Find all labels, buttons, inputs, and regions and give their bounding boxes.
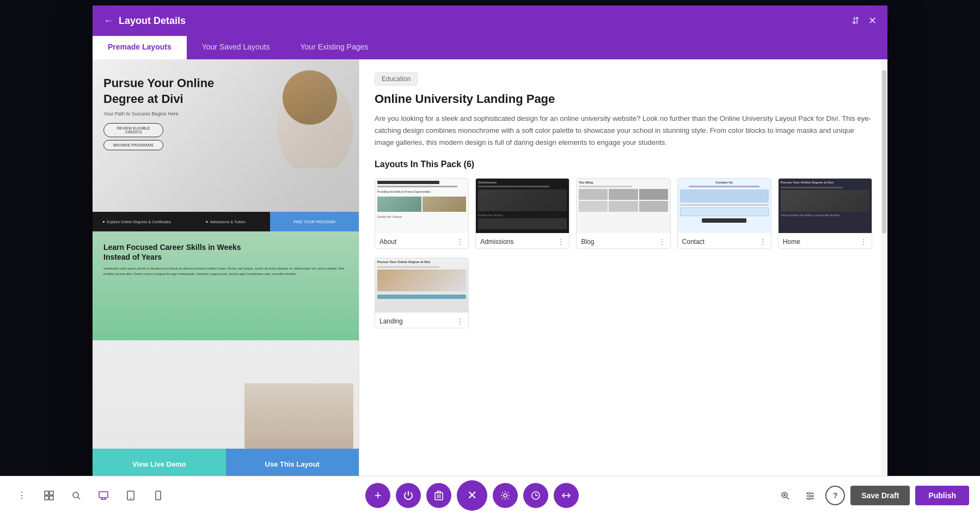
pack-title: Layouts In This Pack (6) xyxy=(375,160,872,169)
tab-premade[interactable]: Premade Layouts xyxy=(93,36,187,59)
preview-actions: View Live Demo Use This Layout xyxy=(93,449,359,479)
toolbar-right: ? Save Draft Publish xyxy=(775,486,969,505)
layout-thumb-landing-label: Landing ⋮ xyxy=(375,313,468,328)
toolbar-zoom-button[interactable] xyxy=(775,486,795,505)
layout-thumb-admissions-menu[interactable]: ⋮ xyxy=(557,237,565,246)
svg-point-34 xyxy=(808,498,810,500)
svg-point-4 xyxy=(73,492,78,498)
toolbar-center: + ✕ xyxy=(365,480,579,511)
layout-thumb-landing-image: Pursue Your Online Degree at Divi xyxy=(375,258,468,313)
toolbar-help-button[interactable]: ? xyxy=(825,486,845,505)
details-panel: Education Online University Landing Page… xyxy=(359,59,887,479)
layout-details-modal: ← Layout Details ⇵ ✕ Premade Layouts You… xyxy=(93,5,887,479)
layout-thumb-home-menu[interactable]: ⋮ xyxy=(860,237,867,246)
layout-thumb-home-name: Home xyxy=(783,238,800,246)
svg-point-13 xyxy=(157,498,158,499)
layout-thumb-home-label: Home ⋮ xyxy=(779,233,872,248)
toolbar-arrows-button[interactable] xyxy=(554,483,579,508)
svg-point-11 xyxy=(130,498,131,499)
toolbar-power-button[interactable] xyxy=(396,483,421,508)
modal-header-left: ← Layout Details xyxy=(103,15,186,27)
preview-image: Pursue Your Online Degree at Divi Your P… xyxy=(93,59,359,449)
toolbar-desktop-button[interactable] xyxy=(93,485,114,506)
scroll-thumb[interactable] xyxy=(882,70,886,234)
modal-title: Layout Details xyxy=(119,15,186,27)
svg-rect-1 xyxy=(50,491,53,495)
publish-button[interactable]: Publish xyxy=(915,486,969,505)
layout-thumb-blog[interactable]: Our Blog xyxy=(576,178,670,249)
layout-thumb-about[interactable]: Providing the Ability to Pursue Opportun… xyxy=(375,178,469,249)
svg-line-26 xyxy=(787,497,789,499)
layout-thumb-contact[interactable]: Contact Us Contact xyxy=(677,178,771,249)
layout-thumb-landing-name: Landing xyxy=(379,317,403,325)
use-this-layout-button[interactable]: Use This Layout xyxy=(226,449,359,479)
modal-overlay: ← Layout Details ⇵ ✕ Premade Layouts You… xyxy=(0,0,980,514)
view-live-demo-button[interactable]: View Live Demo xyxy=(93,449,226,479)
toolbar-settings-button[interactable] xyxy=(493,483,518,508)
preview-section2-body: Vestibulum ante ipsum primis in faucibus… xyxy=(103,266,348,277)
layout-title: Online University Landing Page xyxy=(375,92,872,106)
toolbar-close-button[interactable]: ✕ xyxy=(457,480,487,511)
layout-thumb-contact-label: Contact ⋮ xyxy=(678,233,771,248)
layout-thumb-blog-image: Our Blog xyxy=(577,179,670,233)
toolbar-left: ⋮ xyxy=(11,485,169,506)
toolbar-sliders-button[interactable] xyxy=(800,486,820,505)
preview-cta-2[interactable]: BROWSE PROGRAMS xyxy=(103,140,163,150)
tab-saved[interactable]: Your Saved Layouts xyxy=(187,36,285,59)
svg-point-32 xyxy=(807,492,810,494)
preview-nav-item-2: ■ Admissions & Tuition xyxy=(181,212,270,231)
layout-thumb-home[interactable]: Pursue Your Online Degree at Divi Giving… xyxy=(778,178,872,249)
layout-thumb-contact-menu[interactable]: ⋮ xyxy=(759,237,767,246)
toolbar-add-button[interactable]: + xyxy=(365,483,390,508)
toolbar-search-button[interactable] xyxy=(65,485,87,506)
toolbar-trash-button[interactable] xyxy=(426,483,451,508)
layout-thumb-about-name: About xyxy=(379,238,396,246)
modal-header: ← Layout Details ⇵ ✕ xyxy=(93,5,887,36)
layout-thumb-contact-name: Contact xyxy=(682,238,705,246)
preview-hero: Pursue Your Online Degree at Divi Your P… xyxy=(93,59,359,212)
preview-book-image xyxy=(244,383,353,449)
save-draft-button[interactable]: Save Draft xyxy=(850,486,910,505)
preview-section2: Learn Focused Career Skills in Weeks Ins… xyxy=(93,231,359,340)
preview-cta-1[interactable]: REVIEW ELIGIBLE CREDITS xyxy=(103,123,163,137)
layouts-grid: Providing the Ability to Pursue Opportun… xyxy=(375,178,872,249)
layout-thumb-blog-label: Blog ⋮ xyxy=(577,233,670,248)
toolbar-mobile-button[interactable] xyxy=(147,485,169,506)
layout-description: Are you looking for a sleek and sophisti… xyxy=(375,113,872,149)
category-tag: Education xyxy=(375,72,418,85)
scroll-indicator xyxy=(881,59,887,479)
preview-nav: ■ Explore Online Degrees & Certificates … xyxy=(93,212,359,231)
svg-rect-6 xyxy=(99,492,108,498)
preview-bg-decoration xyxy=(261,59,359,212)
layout-thumb-about-menu[interactable]: ⋮ xyxy=(456,237,464,246)
preview-panel: Pursue Your Online Degree at Divi Your P… xyxy=(93,59,359,479)
layout-thumb-home-image: Pursue Your Online Degree at Divi Giving… xyxy=(779,179,872,233)
toolbar-history-button[interactable] xyxy=(523,483,548,508)
svg-rect-0 xyxy=(45,491,48,495)
toolbar-grid-button[interactable] xyxy=(38,485,60,506)
svg-line-5 xyxy=(78,497,80,499)
toolbar-tablet-button[interactable] xyxy=(120,485,142,506)
tabs-bar: Premade Layouts Your Saved Layouts Your … xyxy=(93,36,887,59)
svg-rect-2 xyxy=(45,496,48,500)
transfer-icon[interactable]: ⇵ xyxy=(852,15,860,27)
layout-thumb-blog-menu[interactable]: ⋮ xyxy=(658,237,666,246)
svg-rect-3 xyxy=(50,496,53,500)
preview-hero-title: Pursue Your Online Degree at Divi xyxy=(103,76,238,107)
close-button[interactable]: ✕ xyxy=(868,15,877,27)
modal-header-right: ⇵ ✕ xyxy=(852,15,877,27)
layout-thumb-contact-image: Contact Us xyxy=(678,179,771,233)
back-button[interactable]: ← xyxy=(103,15,113,27)
toolbar-dots-button[interactable]: ⋮ xyxy=(11,485,33,506)
layout-thumb-landing[interactable]: Pursue Your Online Degree at Divi Landin… xyxy=(375,258,469,328)
layout-thumb-admissions[interactable]: Admissions Explore the Campus Admissions xyxy=(475,178,569,249)
layout-thumb-blog-name: Blog xyxy=(581,238,594,246)
layout-thumb-about-label: About ⋮ xyxy=(375,233,468,248)
layout-thumb-admissions-label: Admissions ⋮ xyxy=(476,233,569,248)
layout-thumb-landing-menu[interactable]: ⋮ xyxy=(456,317,464,326)
layouts-grid-row2: Pursue Your Online Degree at Divi Landin… xyxy=(375,258,872,328)
layout-thumb-admissions-image: Admissions Explore the Campus xyxy=(476,179,569,233)
layout-thumb-about-image: Providing the Ability to Pursue Opportun… xyxy=(375,179,468,233)
svg-point-33 xyxy=(811,495,813,497)
tab-existing[interactable]: Your Existing Pages xyxy=(285,36,384,59)
